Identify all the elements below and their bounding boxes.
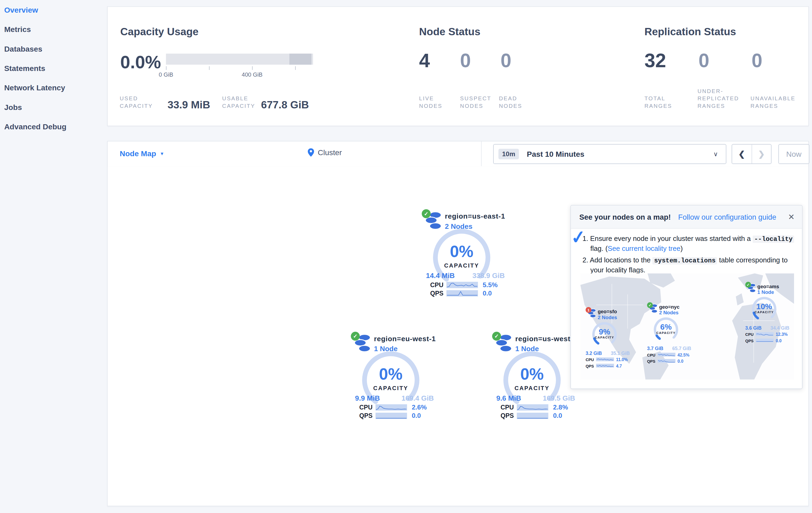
total-capacity: 35.1 GiB (611, 351, 630, 356)
capacity-usage-title: Capacity Usage (120, 26, 199, 38)
used-capacity: 9.6 MiB (496, 394, 521, 402)
label-line: RANGES (751, 102, 795, 109)
axis-tick-label: 400 GiB (236, 72, 268, 78)
live-nodes-count: 4 (419, 50, 430, 72)
cpu-label: CPU (430, 281, 443, 289)
time-next-button[interactable]: ❯ (752, 145, 771, 163)
usable-capacity-label: USABLE CAPACITY (222, 94, 255, 109)
total-capacity: 34.4 GiB (771, 325, 789, 331)
capacity-percent: 10% (751, 302, 778, 310)
axis-tick (295, 66, 296, 70)
sidebar-item-jobs[interactable]: Jobs (0, 97, 107, 117)
capacity-label: CAPACITY (415, 263, 508, 269)
capacity-bar-used-segment (289, 54, 311, 64)
usable-capacity-value: 677.8 GiB (261, 99, 309, 111)
chevron-down-icon: ∨ (714, 150, 718, 158)
cpu-sparkline (376, 404, 407, 410)
label-line: CAPACITY (120, 102, 153, 109)
db-console-overview-page: Overview Metrics Databases Statements Ne… (0, 0, 812, 513)
breadcrumb[interactable]: Cluster (308, 148, 342, 157)
replication-status-title: Replication Status (644, 26, 736, 38)
region-card-eu-west-1: ✓ region=eu-west-1 1 Node 0% CAPACITY 9.… (345, 332, 437, 422)
sidebar-item-metrics[interactable]: Metrics (0, 19, 107, 39)
live-nodes-label: LIVE NODES (419, 94, 442, 109)
cpu-sparkline (517, 404, 548, 410)
label-line: RANGES (698, 102, 739, 109)
geo-nodes: 1 Node (757, 289, 774, 295)
node-map-toolbar: Node Map▾ Cluster 10m Past 10 Minutes ∨ … (108, 141, 808, 167)
healthy-check-icon: ✓ (422, 209, 431, 218)
dead-nodes-count: 0 (500, 50, 511, 72)
healthy-check-icon: ✓ (492, 332, 501, 341)
used-capacity-label: USED CAPACITY (120, 94, 153, 109)
cpu-label: CPU (500, 404, 514, 411)
healthy-check-icon: ✓ (647, 302, 653, 308)
under-replicated-count: 0 (699, 50, 709, 72)
configuration-guide-link[interactable]: Follow our configuration guide (678, 213, 776, 221)
now-button[interactable]: Now (778, 144, 809, 164)
sidebar-item-statements[interactable]: Statements (0, 58, 107, 78)
total-capacity: 169.5 GiB (543, 394, 575, 402)
cpu-label: CPU (647, 353, 656, 358)
capacity-label: CAPACITY (345, 385, 437, 391)
capacity-label: CAPACITY (751, 311, 778, 314)
sidebar-item-overview[interactable]: Overview (0, 0, 107, 19)
under-replicated-label: UNDER- REPLICATED RANGES (698, 87, 739, 109)
breadcrumb-label: Cluster (318, 148, 342, 157)
cpu-value: 42.5% (677, 353, 689, 358)
popup-title: See your nodes on a map! (579, 213, 671, 221)
qps-value: 0.0 (483, 290, 492, 297)
used-capacity: 3.2 GiB (586, 351, 602, 356)
capacity-percent: 0% (345, 365, 437, 384)
used-capacity: 14.4 MiB (426, 272, 455, 280)
qps-sparkline (517, 413, 548, 419)
qps-value: 4.7 (616, 364, 622, 369)
geo-nodes: 2 Nodes (659, 310, 678, 316)
label-line: USABLE (222, 94, 255, 102)
qps-value: 0.0 (776, 339, 782, 343)
healthy-check-icon: ✓ (351, 332, 360, 341)
label-line: USED (120, 94, 153, 102)
sidebar-item-advanced-debug[interactable]: Advanced Debug (0, 117, 107, 136)
cpu-value: 11.0% (616, 358, 628, 362)
label-line: CAPACITY (222, 102, 255, 109)
error-badge: 1 (586, 307, 591, 313)
qps-label: QPS (430, 290, 443, 297)
close-icon[interactable]: ✕ (788, 212, 795, 221)
suspect-nodes-count: 0 (460, 50, 471, 72)
time-prev-button[interactable]: ❮ (732, 145, 752, 163)
qps-sparkline (376, 413, 407, 419)
step-text: Ensure every node in your cluster was st… (590, 235, 753, 242)
system-locations-code: system.locations (652, 257, 717, 264)
sidebar-item-databases[interactable]: Databases (0, 39, 107, 58)
locality-tree-link[interactable]: See current locality tree (608, 245, 680, 252)
popup-steps: ✓ 1. Ensure every node in your cluster w… (571, 229, 802, 276)
unavailable-count: 0 (752, 50, 762, 72)
step-text: Add locations to the (590, 256, 653, 264)
toolbar-divider (481, 141, 482, 166)
chevron-down-icon: ▾ (161, 151, 163, 156)
time-range-dropdown[interactable]: 10m Past 10 Minutes ∨ (493, 144, 726, 164)
used-capacity: 3.6 GiB (745, 325, 762, 331)
geo-name: geo=nyc (659, 304, 679, 310)
setup-step-1: 1. Ensure every node in your cluster was… (582, 234, 794, 254)
time-range-label: Past 10 Minutes (527, 150, 584, 158)
used-capacity: 9.9 MiB (355, 394, 380, 402)
capacity-percent: 0% (486, 365, 578, 384)
sidebar-item-network-latency[interactable]: Network Latency (0, 78, 107, 97)
capacity-label: CAPACITY (591, 336, 618, 339)
cpu-value: 12.3% (776, 332, 788, 337)
qps-sparkline (756, 339, 774, 342)
label-line: SUSPECT (460, 94, 491, 102)
geo-name: geo=sfo (598, 309, 617, 315)
qps-sparkline (596, 364, 614, 368)
view-mode-dropdown[interactable]: Node Map▾ (120, 149, 163, 158)
label-line: UNAVAILABLE (751, 94, 795, 102)
cpu-value: 2.8% (553, 404, 568, 411)
location-pin-icon (308, 148, 314, 157)
total-capacity: 169.4 GiB (402, 394, 434, 402)
qps-sparkline (446, 290, 478, 296)
cluster-summary-panel: Capacity Usage 0.0% 0 GiB 400 GiB USED C… (107, 6, 809, 126)
cpu-sparkline (756, 332, 774, 336)
cpu-sparkline (446, 282, 478, 288)
